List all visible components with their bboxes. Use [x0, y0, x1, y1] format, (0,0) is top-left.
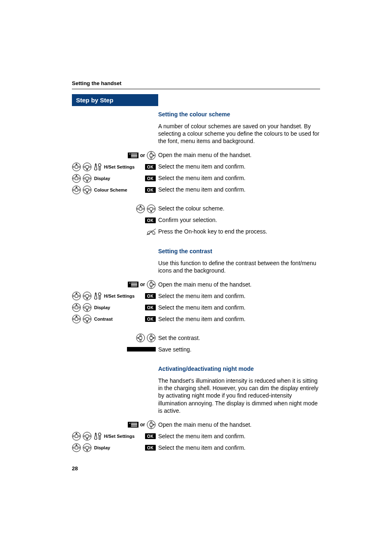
dpad-down-icon: [83, 174, 92, 183]
dpad-up-icon: [72, 162, 81, 171]
label-colour-scheme: Colour Scheme: [93, 187, 143, 192]
dpad-down-icon: [83, 443, 92, 452]
desc-open-main-1: Open the main menu of the handset.: [158, 151, 251, 159]
dpad-right-icon: [147, 333, 156, 342]
dpad-down-icon: [83, 162, 92, 171]
ok-chip: OK: [145, 445, 156, 451]
label-display-1: Display: [93, 176, 143, 181]
main-menu-icon: [128, 282, 138, 287]
dpad-left-icon: [136, 333, 145, 342]
label-hset-1: H/Set Settings: [103, 164, 143, 169]
ok-chip: OK: [145, 293, 156, 299]
dpad-up-icon: [72, 185, 81, 194]
heading-contrast: Setting the contrast: [158, 248, 212, 254]
heading-night-mode: Activating/deactivating night mode: [158, 365, 254, 372]
ok-chip: OK: [145, 164, 156, 170]
desc-open-main-3: Open the main menu of the handset.: [158, 421, 251, 428]
or-label: or: [140, 282, 145, 287]
settings-tool-icon: [93, 162, 101, 171]
desc-select-scheme: Select the colour scheme.: [158, 205, 224, 212]
dpad-down-icon: [83, 303, 92, 312]
label-display-3: Display: [93, 445, 143, 450]
desc-display-3: Select the menu item and confirm.: [158, 444, 245, 451]
or-label: or: [140, 422, 145, 428]
label-hset-2: H/Set Settings: [103, 294, 143, 298]
settings-tool-icon: [93, 432, 101, 441]
desc-display-1: Select the menu item and confirm.: [158, 174, 245, 182]
desc-set-contrast: Set the contrast.: [158, 334, 200, 342]
ok-chip: OK: [145, 433, 156, 439]
ok-chip: OK: [145, 316, 156, 322]
ok-chip: OK: [145, 217, 156, 223]
main-menu-icon: [128, 422, 138, 428]
intro-contrast: Use this function to define the contrast…: [158, 259, 320, 274]
main-menu-icon: [128, 153, 138, 158]
heading-colour-scheme: Setting the colour scheme: [158, 111, 230, 118]
or-label: or: [140, 153, 145, 158]
desc-colour-scheme: Select the menu item and confirm.: [158, 186, 245, 193]
desc-onhook: Press the On-hook key to end the process…: [158, 228, 267, 235]
step-by-step-header: Step by Step: [72, 94, 158, 106]
ok-chip: OK: [145, 176, 156, 181]
dpad-down-icon: [83, 432, 92, 441]
dpad-right-icon: [147, 420, 156, 429]
desc-save: Save setting.: [158, 346, 191, 353]
desc-open-main-2: Open the main menu of the handset.: [158, 281, 251, 288]
dpad-right-icon: [147, 151, 156, 160]
desc-confirm-sel: Confirm your selection.: [158, 216, 217, 224]
dpad-down-icon: [83, 185, 92, 194]
on-hook-icon: [147, 229, 156, 235]
dpad-up-icon: [136, 204, 145, 213]
label-hset-3: H/Set Settings: [103, 434, 143, 439]
dpad-up-icon: [72, 291, 81, 301]
dpad-up-icon: [72, 443, 81, 452]
dpad-up-icon: [72, 303, 81, 312]
label-contrast: Contrast: [93, 317, 143, 321]
save-softkey-icon: [127, 347, 156, 352]
header-divider: [72, 89, 320, 89]
dpad-down-icon: [147, 204, 156, 213]
desc-contrast: Select the menu item and confirm.: [158, 315, 245, 323]
dpad-down-icon: [83, 314, 92, 324]
intro-colour-scheme: A number of colour schemes are saved on …: [158, 123, 320, 145]
dpad-right-icon: [147, 280, 156, 289]
dpad-up-icon: [72, 314, 81, 324]
settings-tool-icon: [93, 291, 101, 301]
intro-night-mode: The handset's illumination intensity is …: [158, 377, 320, 414]
label-display-2: Display: [93, 305, 143, 310]
desc-display-2: Select the menu item and confirm.: [158, 304, 245, 311]
dpad-up-icon: [72, 174, 81, 183]
page-number: 28: [72, 465, 320, 472]
dpad-up-icon: [72, 432, 81, 441]
desc-hset-2: Select the menu item and confirm.: [158, 292, 245, 300]
ok-chip: OK: [145, 305, 156, 310]
desc-hset-3: Select the menu item and confirm.: [158, 432, 245, 440]
page-header: Setting the handset: [72, 80, 320, 86]
desc-hset-1: Select the menu item and confirm.: [158, 163, 245, 170]
ok-chip: OK: [145, 187, 156, 193]
dpad-down-icon: [83, 291, 92, 301]
